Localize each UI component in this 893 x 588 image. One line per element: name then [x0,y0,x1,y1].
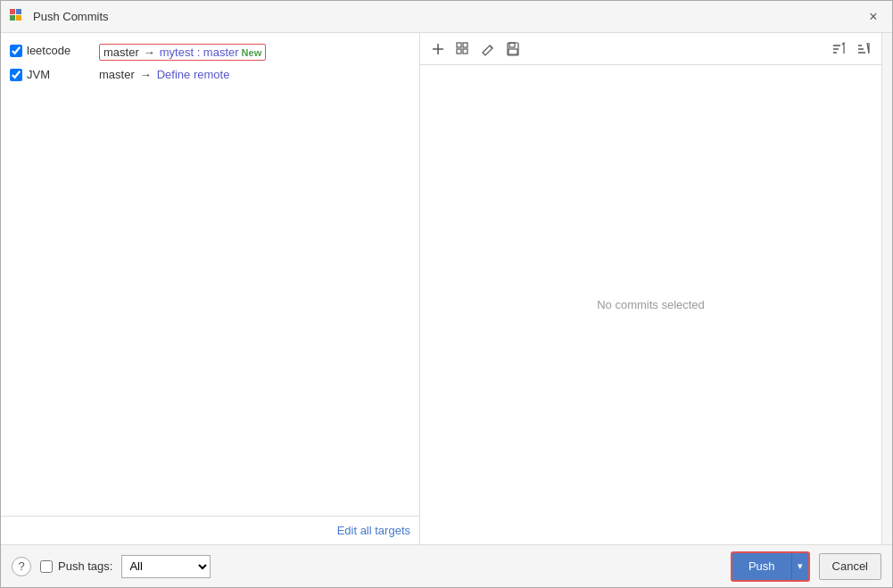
repo-name-col: leetcode [10,44,99,57]
svg-rect-2 [10,15,15,21]
push-dropdown-button[interactable]: ▾ [791,553,808,580]
save-button[interactable] [502,38,524,60]
branch-arrow: → [140,68,152,81]
leetcode-checkbox[interactable] [10,45,22,57]
branch-local: master [103,46,139,59]
push-button-group: Push ▾ [731,551,810,582]
branch-item-leetcode-master: master → mytest : master New [99,44,266,61]
help-button[interactable]: ? [12,557,31,576]
add-commit-button[interactable] [427,38,449,60]
svg-line-10 [490,46,492,48]
push-commits-dialog: Push Commits × leetcode master → myte [0,0,893,588]
push-tags-checkbox[interactable] [40,560,53,573]
svg-rect-9 [463,49,467,54]
sort-desc-button[interactable] [853,38,874,60]
branch-remote: mytest : master [160,46,239,59]
edit-targets-bar: Edit all targets [1,516,419,544]
badge-new: New [242,47,262,58]
title-bar: Push Commits × [1,1,892,33]
branch-item-jvm-master: master → Define remote [99,68,229,81]
branch-define-remote[interactable]: Define remote [157,68,230,81]
scrollbar[interactable] [881,33,892,544]
branch-local: master [99,68,135,81]
right-panel: No commits selected [420,33,881,544]
svg-rect-7 [463,43,467,47]
push-tags-label-text: Push tags: [58,559,112,573]
right-toolbar [420,33,881,65]
repo-name-jvm: JVM [27,68,50,81]
dialog-title: Push Commits [33,10,864,23]
main-content: leetcode master → mytest : master New [1,33,892,544]
push-tags-select[interactable]: All None Current [121,555,211,578]
bottom-bar: ? Push tags: All None Current Push ▾ Can… [1,544,892,587]
svg-rect-0 [10,9,15,14]
no-commits-text: No commits selected [597,298,705,311]
cancel-button[interactable]: Cancel [819,553,881,580]
repo-name-col: JVM [10,68,99,81]
no-commits-area: No commits selected [420,65,881,544]
svg-rect-3 [16,15,21,21]
repo-list: leetcode master → mytest : master New [1,33,419,516]
sort-asc-button[interactable] [828,38,849,60]
grid-view-button[interactable] [452,38,474,60]
branch-col-jvm: master → Define remote [99,68,229,81]
push-button[interactable]: Push [732,553,791,580]
svg-rect-12 [509,43,515,47]
edit-button[interactable] [477,38,499,60]
close-button[interactable]: × [864,7,883,27]
svg-rect-13 [509,49,517,54]
left-panel: leetcode master → mytest : master New [1,33,420,544]
list-item: leetcode master → mytest : master New [1,40,419,64]
push-tags-section: Push tags: [40,559,112,573]
list-item: JVM master → Define remote [1,64,419,85]
svg-rect-1 [16,9,21,14]
repo-name-leetcode: leetcode [27,44,70,57]
edit-all-targets-link[interactable]: Edit all targets [337,524,410,537]
branch-col-leetcode: master → mytest : master New [99,44,266,61]
svg-rect-8 [457,49,461,54]
branch-arrow: → [144,46,155,59]
app-icon [10,9,26,25]
svg-rect-6 [457,43,461,47]
jvm-checkbox[interactable] [10,69,22,81]
